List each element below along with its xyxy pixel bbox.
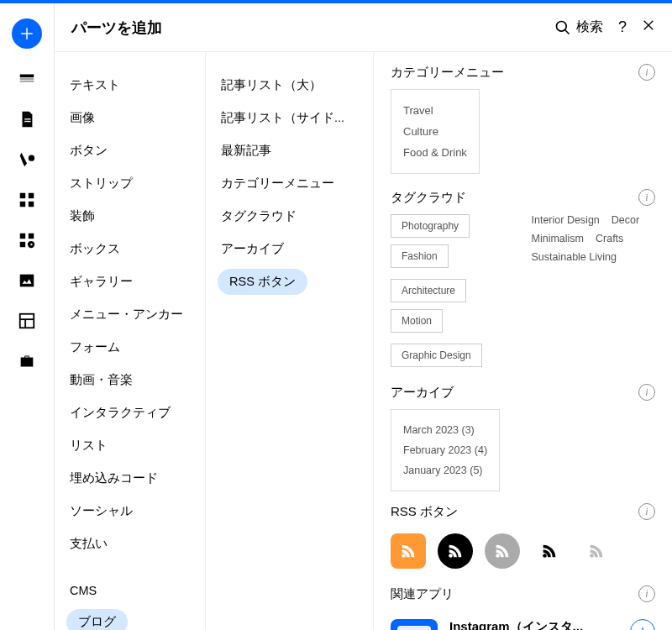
- tag-cloud-chips[interactable]: Photography Fashion Architecture Motion …: [391, 214, 515, 372]
- category-item[interactable]: ギャラリー: [55, 265, 205, 298]
- svg-rect-1: [20, 78, 34, 80]
- container: パーツを追加 検索 ? テキスト 画像 ボタン ストリップ 装飾 ボックス: [0, 3, 672, 630]
- preview-line: Culture: [403, 121, 467, 142]
- preview-line: Travel: [403, 100, 467, 121]
- category-item[interactable]: ボタン: [55, 134, 205, 167]
- rail-section-icon[interactable]: [17, 69, 37, 89]
- subcategory-item[interactable]: 記事リスト（大）: [206, 69, 373, 102]
- svg-rect-6: [20, 193, 25, 198]
- tag-text: Decor: [612, 214, 639, 226]
- subcategory-item-rss[interactable]: RSS ボタン: [218, 269, 307, 295]
- tag-chip: Photography: [391, 214, 470, 238]
- category-menu-preview[interactable]: Travel Culture Food & Drink: [391, 89, 480, 174]
- category-item[interactable]: ストリップ: [55, 167, 205, 200]
- category-item[interactable]: インタラクティブ: [55, 396, 205, 429]
- tag-chip: Graphic Design: [391, 344, 482, 367]
- header-actions: 検索 ?: [554, 18, 655, 36]
- info-icon[interactable]: i: [638, 503, 655, 520]
- rss-button-outline-dark[interactable]: [532, 533, 567, 569]
- info-icon[interactable]: i: [638, 384, 655, 401]
- rss-icon: [540, 542, 559, 560]
- left-icon-rail: [0, 3, 54, 630]
- svg-point-5: [29, 155, 34, 161]
- svg-rect-3: [24, 118, 30, 119]
- tag-text: Minimalism: [532, 233, 585, 244]
- category-item[interactable]: フォーム: [55, 331, 205, 364]
- rss-button-outline-light[interactable]: [579, 533, 614, 569]
- rail-apps-icon[interactable]: [17, 190, 37, 210]
- help-button[interactable]: ?: [618, 18, 627, 36]
- subcategory-item[interactable]: カテゴリーメニュー: [206, 167, 373, 200]
- svg-point-25: [590, 554, 594, 558]
- tag-chip: Motion: [391, 309, 443, 333]
- rss-icon: [399, 542, 417, 560]
- category-list: テキスト 画像 ボタン ストリップ 装飾 ボックス ギャラリー メニュー・アンカ…: [55, 52, 206, 630]
- svg-point-23: [496, 554, 500, 558]
- rss-button-orange[interactable]: [391, 533, 426, 569]
- rail-plugins-icon[interactable]: [17, 230, 37, 250]
- close-icon: [642, 18, 655, 32]
- category-item[interactable]: 動画・音楽: [55, 364, 205, 396]
- rail-media-icon[interactable]: [17, 270, 37, 291]
- subcategory-item[interactable]: 記事リスト（サイド...: [206, 102, 373, 134]
- rail-business-icon[interactable]: [17, 351, 37, 371]
- tag-cloud-text[interactable]: Interior Design Decor Minimalism Crafts …: [532, 214, 656, 372]
- app-add-button[interactable]: +: [630, 619, 655, 630]
- add-button[interactable]: [12, 18, 42, 49]
- rss-button-black[interactable]: [438, 533, 473, 569]
- category-item[interactable]: ボックス: [55, 233, 205, 265]
- tag-text: Crafts: [596, 233, 623, 244]
- svg-rect-11: [29, 234, 34, 239]
- section-title: カテゴリーメニュー: [391, 65, 504, 81]
- svg-rect-8: [20, 202, 25, 207]
- tag-chip: Architecture: [391, 279, 466, 302]
- section-title: タグクラウド: [391, 190, 466, 206]
- section-header: アーカイブ i: [391, 372, 655, 409]
- info-icon[interactable]: i: [638, 585, 655, 602]
- info-icon[interactable]: i: [638, 189, 655, 206]
- tag-chip: Fashion: [391, 244, 449, 268]
- category-item[interactable]: 埋め込みコード: [55, 462, 205, 495]
- subcategory-item[interactable]: アーカイブ: [206, 233, 373, 265]
- section-title: RSS ボタン: [391, 504, 458, 520]
- rail-page-icon[interactable]: [17, 109, 37, 129]
- category-item[interactable]: メニュー・アンカー: [55, 298, 205, 331]
- category-item[interactable]: 支払い: [55, 528, 205, 560]
- category-item[interactable]: ソーシャル: [55, 495, 205, 528]
- svg-rect-12: [20, 242, 25, 247]
- category-item[interactable]: 装飾: [55, 200, 205, 233]
- search-label: 検索: [576, 18, 603, 36]
- svg-rect-2: [20, 81, 34, 82]
- archive-line: March 2023 (3): [403, 420, 487, 440]
- preview-panel: カテゴリーメニュー i Travel Culture Food & Drink …: [374, 52, 672, 630]
- rail-layout-icon[interactable]: [17, 311, 37, 331]
- section-header: タグクラウド i: [391, 177, 655, 214]
- panel-header: パーツを追加 検索 ?: [55, 3, 672, 52]
- info-icon[interactable]: i: [638, 64, 655, 81]
- search-button[interactable]: 検索: [554, 18, 603, 36]
- app-title: Instagram（インスタ...: [449, 619, 592, 630]
- subcategory-item[interactable]: タグクラウド: [206, 200, 373, 233]
- svg-point-21: [402, 554, 406, 558]
- category-item[interactable]: CMS: [55, 575, 205, 606]
- svg-rect-7: [29, 193, 34, 198]
- subcategory-item[interactable]: 最新記事: [206, 134, 373, 167]
- svg-rect-0: [20, 75, 34, 78]
- archive-preview[interactable]: March 2023 (3) February 2023 (4) January…: [391, 409, 500, 491]
- plus-icon: [19, 26, 34, 41]
- preview-line: Food & Drink: [403, 142, 467, 163]
- app-card: Instagram（インスタ... ライブギャラリーにソーシャルメディアの投稿を…: [391, 611, 655, 630]
- svg-point-22: [449, 554, 453, 558]
- category-item[interactable]: 画像: [55, 102, 205, 134]
- section-header: カテゴリーメニュー i: [391, 52, 655, 89]
- rail-design-icon[interactable]: [17, 150, 37, 170]
- rss-icon: [446, 542, 465, 560]
- app-info[interactable]: Instagram（インスタ... ライブギャラリーにソーシャルメディアの投稿を…: [449, 619, 618, 630]
- main-panel: パーツを追加 検索 ? テキスト 画像 ボタン ストリップ 装飾 ボックス: [54, 3, 672, 630]
- category-item[interactable]: テキスト: [55, 69, 205, 102]
- category-item[interactable]: リスト: [55, 429, 205, 462]
- category-item-blog[interactable]: ブログ: [66, 609, 128, 630]
- rss-button-gray[interactable]: [485, 533, 520, 569]
- close-button[interactable]: [642, 18, 655, 36]
- archive-line: January 2023 (5): [403, 460, 487, 480]
